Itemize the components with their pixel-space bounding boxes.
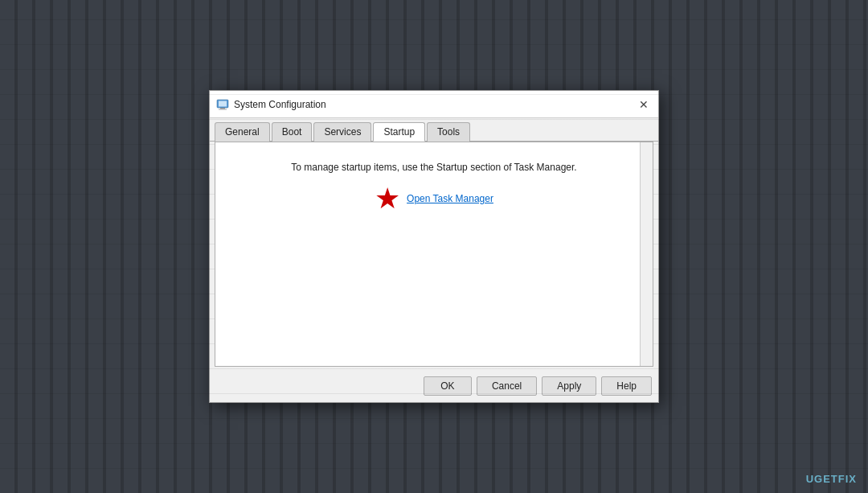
- watermark: UGETFIX: [806, 473, 857, 485]
- apply-button[interactable]: Apply: [542, 376, 596, 396]
- ok-button[interactable]: OK: [424, 376, 472, 396]
- cancel-button[interactable]: Cancel: [477, 376, 537, 396]
- tab-services[interactable]: Services: [313, 122, 371, 142]
- title-bar: System Configuration ✕: [210, 91, 658, 118]
- red-star-icon: ★: [375, 184, 400, 213]
- tab-startup[interactable]: Startup: [373, 122, 425, 142]
- dialog-icon: [216, 98, 229, 111]
- svg-rect-2: [220, 108, 225, 109]
- startup-message: To manage startup items, use the Startup…: [291, 162, 576, 173]
- tab-bar: General Boot Services Startup Tools: [210, 118, 658, 142]
- system-configuration-dialog: System Configuration ✕ General Boot Serv…: [209, 90, 659, 403]
- dialog-title: System Configuration: [234, 99, 636, 110]
- help-button[interactable]: Help: [601, 376, 652, 396]
- svg-rect-1: [219, 101, 227, 106]
- svg-rect-3: [219, 109, 227, 109]
- open-task-manager-link[interactable]: Open Task Manager: [407, 193, 493, 204]
- content-area: To manage startup items, use the Startup…: [215, 142, 653, 367]
- tab-general[interactable]: General: [215, 122, 270, 142]
- close-button[interactable]: ✕: [636, 97, 652, 113]
- button-bar: OK Cancel Apply Help: [210, 372, 658, 402]
- scrollbar-area: [640, 142, 653, 366]
- tab-boot[interactable]: Boot: [272, 122, 313, 142]
- tab-tools[interactable]: Tools: [427, 122, 470, 142]
- link-row: ★ Open Task Manager: [375, 184, 493, 213]
